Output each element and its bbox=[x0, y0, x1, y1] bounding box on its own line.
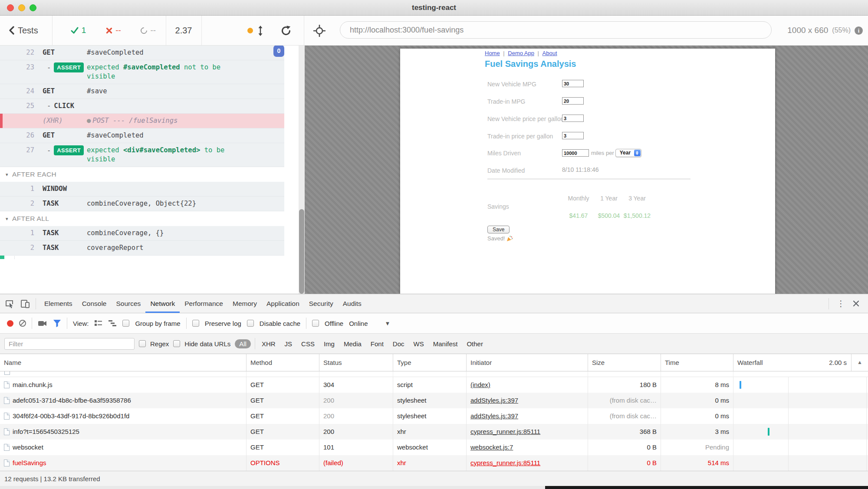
document-icon bbox=[4, 459, 10, 466]
initiator-link[interactable]: addStyles.js:397 bbox=[470, 412, 518, 420]
size-cell: (from disk cac… bbox=[588, 393, 661, 408]
period-select[interactable]: Year bbox=[615, 149, 641, 157]
command-row[interactable]: 1TASKcombineCoverage, {} bbox=[0, 226, 284, 241]
filter-type-media[interactable]: Media bbox=[341, 339, 364, 348]
selector-playground-icon[interactable] bbox=[313, 25, 326, 37]
pending-stat: -- bbox=[141, 26, 156, 35]
command-row[interactable]: 22GET#saveCompleted0 bbox=[0, 46, 284, 60]
tab-sources[interactable]: Sources bbox=[112, 294, 146, 313]
filter-input[interactable] bbox=[4, 338, 135, 350]
request-row[interactable]: info?t=1565450325125GET200xhrcypress_run… bbox=[0, 424, 868, 440]
tab-console[interactable]: Console bbox=[77, 294, 112, 313]
disable-cache-checkbox[interactable] bbox=[247, 320, 254, 327]
status-cell: 200 bbox=[319, 393, 393, 408]
filter-type-js[interactable]: JS bbox=[282, 339, 295, 348]
field-input[interactable] bbox=[562, 132, 584, 139]
column-header-name[interactable]: Name bbox=[0, 354, 247, 371]
offline-checkbox[interactable] bbox=[312, 320, 319, 327]
column-header-method[interactable]: Method bbox=[247, 354, 319, 371]
command-row[interactable]: 25-CLICK bbox=[0, 99, 284, 114]
tab-network[interactable]: Network bbox=[145, 294, 180, 313]
filter-type-xhr[interactable]: XHR bbox=[259, 339, 278, 348]
regex-checkbox[interactable] bbox=[139, 340, 146, 347]
filter-type-img[interactable]: Img bbox=[321, 339, 337, 348]
column-header-status[interactable]: Status bbox=[319, 354, 393, 371]
tab-application[interactable]: Application bbox=[262, 294, 304, 313]
filter-type-manifest[interactable]: Manifest bbox=[431, 339, 460, 348]
info-icon[interactable]: i bbox=[855, 26, 863, 35]
field-input[interactable] bbox=[562, 149, 589, 157]
filter-type-font[interactable]: Font bbox=[368, 339, 386, 348]
tab-elements[interactable]: Elements bbox=[39, 294, 77, 313]
initiator-link[interactable]: (index) bbox=[470, 381, 490, 388]
field-input[interactable] bbox=[562, 80, 584, 87]
filter-icon[interactable] bbox=[53, 319, 61, 327]
command-row[interactable]: 1WINDOW bbox=[0, 182, 284, 197]
app-nav-link[interactable]: Demo App bbox=[508, 50, 534, 56]
column-header-type[interactable]: Type bbox=[393, 354, 467, 371]
reporter-scrollbar-thumb[interactable] bbox=[299, 209, 304, 294]
show-overview-icon[interactable] bbox=[108, 320, 117, 327]
initiator-link[interactable]: cypress_runner.js:85111 bbox=[470, 428, 540, 435]
toggle-device-toolbar-icon[interactable] bbox=[20, 299, 30, 309]
clear-network-log-icon[interactable] bbox=[19, 320, 26, 327]
devtools-menu-icon[interactable]: ⋮ bbox=[837, 299, 845, 308]
column-header-initiator[interactable]: Initiator bbox=[467, 354, 588, 371]
devtools-close-icon[interactable] bbox=[853, 300, 859, 307]
tab-security[interactable]: Security bbox=[304, 294, 338, 313]
throttling-dropdown-arrow-icon[interactable]: ▼ bbox=[385, 320, 391, 327]
command-row[interactable]: 2TASKcoverageReport bbox=[0, 241, 284, 256]
command-row[interactable]: 27-ASSERTexpected <div#saveCompleted> to… bbox=[0, 143, 284, 167]
app-nav-link[interactable]: Home bbox=[485, 50, 500, 56]
capture-screenshots-icon[interactable] bbox=[38, 320, 47, 327]
command-row[interactable]: 23-ASSERTexpected #saveCompleted not to … bbox=[0, 60, 284, 84]
tab-memory[interactable]: Memory bbox=[228, 294, 262, 313]
preserve-log-checkbox[interactable] bbox=[192, 320, 199, 327]
use-large-rows-icon[interactable] bbox=[94, 320, 102, 327]
save-button[interactable]: Save bbox=[487, 226, 510, 233]
sort-ascending-icon[interactable]: ▲ bbox=[851, 354, 868, 371]
field-input[interactable] bbox=[562, 115, 584, 122]
hide-data-urls-checkbox[interactable] bbox=[173, 340, 180, 347]
back-to-tests-button[interactable]: Tests bbox=[5, 16, 42, 45]
record-network-log-icon[interactable] bbox=[7, 320, 13, 327]
filter-type-other[interactable]: Other bbox=[464, 339, 486, 348]
command-message: #saveCompleted bbox=[87, 131, 247, 140]
request-row[interactable]: fuelSavingsOPTIONS(failed)xhrcypress_run… bbox=[0, 455, 868, 471]
reporter-scrollbar[interactable] bbox=[299, 46, 305, 294]
command-row[interactable]: 2TASKcombineCoverage, Object{22} bbox=[0, 197, 284, 211]
filter-type-doc[interactable]: Doc bbox=[390, 339, 407, 348]
request-row[interactable]: main.chunk.jsGET304script(index)180 B8 m… bbox=[0, 377, 868, 393]
app-nav-link[interactable]: About bbox=[542, 50, 557, 56]
command-row[interactable]: 24GET#save bbox=[0, 84, 284, 99]
command-method: TASK bbox=[43, 243, 87, 253]
column-header-size[interactable]: Size bbox=[588, 354, 661, 371]
initiator-link[interactable]: addStyles.js:397 bbox=[470, 397, 518, 404]
waterfall-cell bbox=[733, 408, 868, 424]
refresh-icon[interactable] bbox=[280, 25, 292, 36]
field-input[interactable] bbox=[562, 97, 584, 105]
throttling-select[interactable]: Online bbox=[349, 320, 368, 327]
hook-section-header[interactable]: ▾AFTER EACH bbox=[0, 167, 284, 182]
initiator-link[interactable]: websocket.js:7 bbox=[470, 443, 513, 451]
url-input[interactable] bbox=[340, 21, 772, 39]
inspect-element-icon[interactable] bbox=[4, 299, 15, 309]
filter-type-css[interactable]: CSS bbox=[299, 339, 317, 348]
tab-performance[interactable]: Performance bbox=[180, 294, 228, 313]
request-row[interactable]: adefc051-371d-4b8c-bfbe-6a3f59358786GET2… bbox=[0, 393, 868, 408]
group-by-frame-checkbox[interactable] bbox=[122, 320, 129, 327]
hook-section-header[interactable]: ▾AFTER ALL bbox=[0, 211, 284, 226]
command-row[interactable]: 26GET#saveCompleted bbox=[0, 128, 284, 143]
tab-audits[interactable]: Audits bbox=[338, 294, 366, 313]
assert-badge: ASSERT bbox=[54, 62, 84, 72]
viewport-info[interactable]: 1000 x 660 (55%) i bbox=[787, 16, 863, 45]
filter-type-ws[interactable]: WS bbox=[411, 339, 427, 348]
request-row[interactable]: 304f6f24-00b3-43df-917d-8bc926b0d1fdGET2… bbox=[0, 408, 868, 424]
column-header-time[interactable]: Time bbox=[661, 354, 733, 371]
request-row[interactable]: websocketGET101websocketwebsocket.js:70 … bbox=[0, 440, 868, 455]
filter-type-all[interactable]: All bbox=[235, 339, 251, 348]
initiator-link[interactable]: cypress_runner.js:85111 bbox=[470, 459, 540, 466]
scroll-lock-icon[interactable] bbox=[257, 26, 264, 36]
column-header-waterfall[interactable]: Waterfall2.00 s▲ bbox=[733, 354, 868, 371]
xhr-route-row[interactable]: (XHR)●POST --- /fuelSavings bbox=[0, 114, 284, 128]
